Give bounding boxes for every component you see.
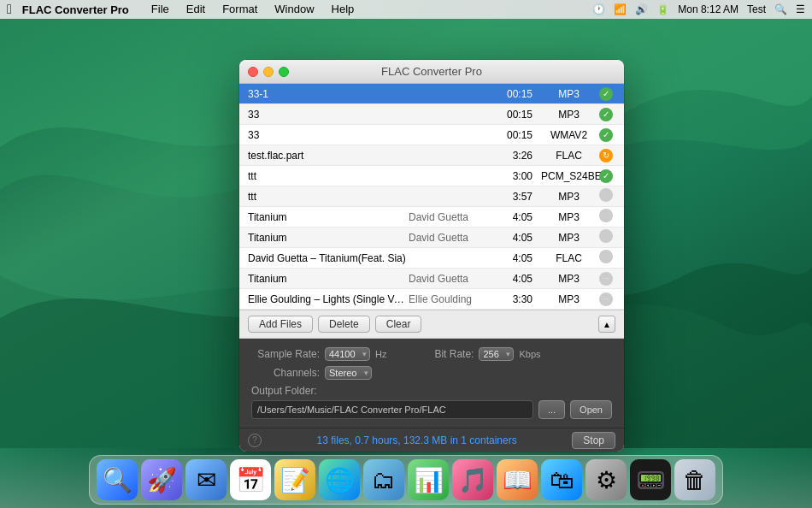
dock-launchpad[interactable]: 🚀: [141, 459, 182, 500]
file-status: ✓: [597, 87, 615, 101]
file-artist: David Guetta: [409, 273, 494, 285]
file-status: ✓: [597, 169, 615, 183]
file-format: MP3: [541, 191, 597, 203]
file-format: MP3: [541, 109, 597, 121]
dock-books[interactable]: 📖: [497, 459, 538, 500]
output-folder-label: Output Folder:: [251, 385, 612, 397]
output-folder-row: ... Open: [251, 400, 612, 419]
toolbar: Add Files Delete Clear ▲: [239, 310, 624, 339]
stop-button[interactable]: Stop: [572, 432, 615, 449]
table-row[interactable]: Titanium David Guetta 4:05 MP3: [239, 207, 624, 227]
dock-safari[interactable]: 🌐: [319, 459, 360, 500]
file-list: 33-1 00:15 MP3 ✓ 33 00:15 MP3 ✓ 33 00:15…: [239, 84, 624, 310]
file-name: David Guetta – Titanium(Feat. Sia): [248, 252, 409, 264]
dock-terminal[interactable]: 📟: [630, 459, 671, 500]
sample-rate-unit: Hz: [375, 349, 386, 359]
table-row[interactable]: David Guetta – Titanium(Feat. Sia) 4:05 …: [239, 248, 624, 269]
table-row[interactable]: ttt 3:57 MP3: [239, 186, 624, 207]
status-icon-gray: [599, 209, 613, 222]
menu-format[interactable]: Format: [214, 0, 266, 19]
file-format: WMAV2: [541, 129, 597, 141]
browse-button[interactable]: ...: [538, 400, 565, 419]
menu-clock-icon: 🕐: [592, 3, 605, 15]
dock-folders[interactable]: 🗂: [363, 459, 404, 500]
channels-label: Channels:: [251, 367, 320, 379]
table-row[interactable]: Titanium David Guetta 4:05 MP3 ···: [239, 269, 624, 289]
output-path-input[interactable]: [251, 400, 533, 419]
sample-rate-wrapper: 44100: [325, 347, 370, 361]
file-duration: 00:15: [494, 109, 533, 121]
bit-rate-wrapper: 256: [479, 347, 514, 361]
table-row[interactable]: 33-1 00:15 MP3 ✓: [239, 84, 624, 104]
add-files-button[interactable]: Add Files: [248, 316, 313, 333]
channels-row: Channels: Stereo: [251, 366, 612, 380]
file-status: ···: [597, 292, 615, 306]
menu-control-center-icon[interactable]: ☰: [796, 3, 805, 15]
file-duration: 3:00: [494, 170, 533, 182]
menu-help[interactable]: Help: [323, 0, 363, 19]
dock-prefs[interactable]: ⚙: [585, 459, 627, 500]
apple-menu[interactable]: : [7, 2, 12, 17]
dock-finder[interactable]: 🔍: [97, 459, 138, 500]
app-menu-name[interactable]: FLAC Converter Pro: [22, 3, 129, 16]
desktop:  FLAC Converter Pro File Edit Format Wi…: [0, 0, 812, 508]
menu-volume-icon: 🔊: [635, 3, 648, 15]
dock: 🔍 🚀 ✉ 📅 📝 🌐 🗂 📊 🎵 📖 🛍 ⚙ 📟 🗑: [0, 448, 812, 508]
file-name: test.flac.part: [248, 150, 409, 162]
status-text: 13 files, 0.7 hours, 132.3 MB in 1 conta…: [262, 434, 572, 446]
menu-user[interactable]: Test: [747, 3, 766, 15]
file-name: 33: [248, 129, 409, 141]
file-name: Titanium: [248, 232, 409, 244]
table-row[interactable]: 33 00:15 WMAV2 ✓: [239, 125, 624, 145]
table-row[interactable]: Titanium David Guetta 4:05 MP3: [239, 227, 624, 248]
bit-rate-unit: Kbps: [519, 349, 540, 359]
menubar-right: 🕐 📶 🔊 🔋 Mon 8:12 AM Test 🔍 ☰: [592, 3, 805, 15]
bit-rate-select[interactable]: 256: [479, 347, 514, 361]
file-duration: 3:30: [494, 293, 533, 305]
app-window: FLAC Converter Pro 33-1 00:15 MP3 ✓ 33 0…: [239, 60, 624, 452]
channels-wrapper: Stereo: [325, 366, 372, 380]
scroll-up-button[interactable]: ▲: [598, 316, 615, 333]
table-row[interactable]: 33 00:15 MP3 ✓: [239, 104, 624, 125]
close-button[interactable]: [248, 67, 258, 77]
table-row[interactable]: Ellie Goulding – Lights (Single Version)…: [239, 289, 624, 310]
dock-mail[interactable]: ✉: [185, 459, 227, 500]
menu-edit[interactable]: Edit: [178, 0, 214, 19]
file-status: [597, 209, 615, 225]
menu-battery-icon: 🔋: [656, 3, 669, 15]
channels-select[interactable]: Stereo: [325, 366, 372, 380]
file-name: 33-1: [248, 88, 409, 100]
file-duration: 00:15: [494, 129, 533, 141]
file-artist: David Guetta: [409, 211, 494, 223]
table-row[interactable]: test.flac.part 3:26 FLAC ↻: [239, 145, 624, 166]
menu-file[interactable]: File: [143, 0, 178, 19]
menu-window[interactable]: Window: [266, 0, 322, 19]
delete-button[interactable]: Delete: [318, 316, 370, 333]
file-status: [597, 188, 615, 204]
minimize-button[interactable]: [263, 67, 274, 77]
status-icon-gray: [599, 229, 613, 243]
dock-appstore[interactable]: 🛍: [541, 459, 582, 500]
dock-numbers[interactable]: 📊: [408, 459, 449, 500]
open-button[interactable]: Open: [570, 400, 612, 419]
sample-rate-select[interactable]: 44100: [325, 347, 370, 361]
status-icon-green: ✓: [599, 108, 613, 121]
dock-itunes[interactable]: 🎵: [452, 459, 493, 500]
maximize-button[interactable]: [279, 67, 289, 77]
status-icon-gray: [599, 250, 613, 263]
file-format: PCM_S24BE: [541, 170, 597, 182]
table-row[interactable]: ttt 3:00 PCM_S24BE ✓: [239, 166, 624, 186]
file-duration: 4:05: [494, 211, 533, 223]
clear-button[interactable]: Clear: [375, 316, 422, 333]
help-button[interactable]: ?: [248, 434, 262, 447]
bit-rate-label: Bit Rate:: [405, 348, 474, 360]
file-duration: 4:05: [494, 252, 533, 264]
dock-notes[interactable]: 📝: [274, 459, 315, 500]
dock-trash[interactable]: 🗑: [674, 459, 715, 500]
file-status: ✓: [597, 108, 615, 121]
file-format: FLAC: [541, 252, 597, 264]
status-icon-green: ✓: [599, 87, 613, 101]
dock-calendar[interactable]: 📅: [230, 459, 271, 500]
menu-search-icon[interactable]: 🔍: [774, 3, 787, 15]
status-icon-green: ✓: [599, 128, 613, 142]
